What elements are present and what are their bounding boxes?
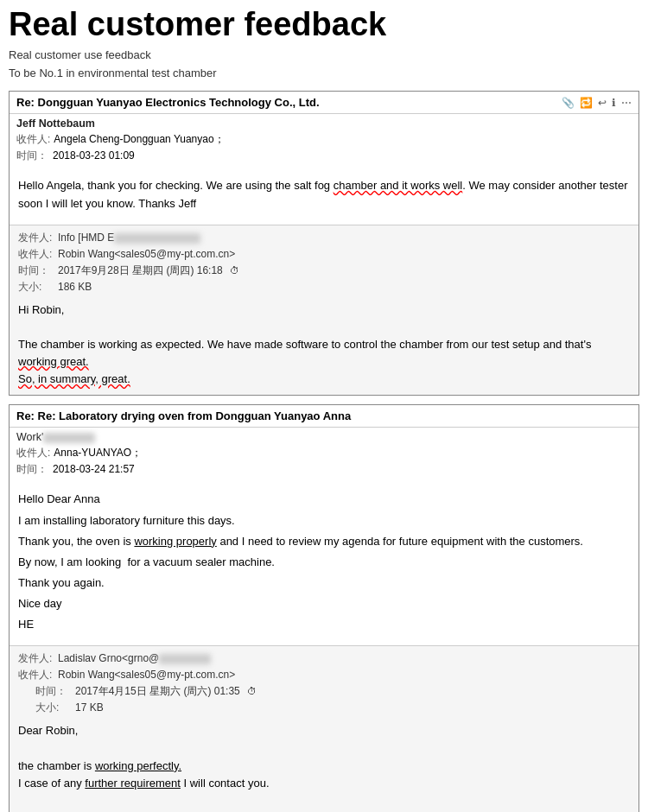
time-value-2: 2018-03-24 21:57: [53, 463, 135, 475]
reply-from-label-1: 发件人:: [18, 231, 54, 245]
reply-time-label-1: 时间：: [18, 263, 54, 278]
highlight-working-perfectly: working perfectly.: [95, 759, 181, 772]
email-body-2: Hello Dear Anna I am installing laborato…: [10, 484, 638, 645]
reply-to-value-2: Robin Wang<sales05@my-pt.com.cn>: [58, 669, 235, 681]
to-value-1: Angela Cheng-Dongguan Yuanyao；: [54, 132, 224, 147]
email-subject-2: Re: Re: Laboratory drying oven from Dong…: [16, 409, 351, 422]
highlight-further-requirement: further requirement: [85, 777, 181, 790]
highlight-chamber: chamber and it works well: [334, 179, 463, 192]
reply-size-label-1: 大小:: [18, 280, 54, 295]
reply-to-label-1: 收件人:: [18, 247, 54, 262]
reply-body-1: Hi Robin, The chamber is working as expe…: [18, 296, 630, 389]
email-sender-2: Work': [16, 431, 632, 443]
reply-from-value-1: Info [HMD E: [58, 232, 200, 244]
reply-time-value-1: 2017年9月28日 星期四 (周四) 16:18: [58, 263, 223, 278]
email-header-2: Re: Re: Laboratory drying oven from Dong…: [10, 405, 638, 428]
highlight-working-great: working great.: [18, 355, 89, 368]
forward-icon[interactable]: 🔁: [580, 97, 593, 109]
to-label-2: 收件人:: [16, 446, 50, 460]
time-label-2: 时间：: [16, 462, 49, 477]
email-body-1: Hello Angela, thank you for checking. We…: [10, 170, 638, 224]
blurred-email-2: [159, 654, 211, 664]
email-meta-1: Jeff Nottebaum 收件人: Angela Cheng-Donggua…: [10, 114, 638, 170]
reply-time-value-2: 2017年4月15日 星期六 (周六) 01:35: [75, 684, 240, 699]
reply-body-2: Dear Robin, the chamber is working perfe…: [18, 717, 630, 812]
more-icon[interactable]: ⋯: [621, 97, 632, 109]
reply-from-value-2: Ladislav Grno<grno@: [58, 652, 211, 664]
to-label-1: 收件人:: [16, 132, 50, 147]
clock-icon-1: ⏱: [230, 265, 239, 276]
attachment-icon[interactable]: 📎: [562, 97, 575, 109]
email-reply-1: 发件人: Info [HMD E 收件人: Robin Wang<sales05…: [10, 225, 638, 396]
highlight-summary: So, in summary, great.: [18, 372, 130, 385]
email-reply-2: 发件人: Ladislav Grno<grno@ 收件人: Robin Wang…: [10, 645, 638, 812]
reply-to-value-1: Robin Wang<sales05@my-pt.com.cn>: [58, 248, 235, 260]
reply-size-label-2: 大小:: [35, 701, 72, 715]
blurred-sender-2: [43, 433, 95, 443]
email-card-1: Re: Dongguan Yuanyao Electronics Technol…: [9, 91, 639, 396]
email-header-1: Re: Dongguan Yuanyao Electronics Technol…: [10, 92, 638, 114]
page-subtitle: Real customer use feedback To be No.1 in…: [9, 47, 639, 83]
page-title: Real customer feedback: [9, 7, 639, 43]
info-icon[interactable]: ℹ: [612, 97, 616, 109]
email-card-2: Re: Re: Laboratory drying oven from Dong…: [9, 404, 639, 812]
time-value-1: 2018-03-23 01:09: [53, 149, 135, 162]
clock-icon-2: ⏱: [247, 686, 257, 696]
reply-from-label-2: 发件人:: [18, 651, 54, 666]
email-action-icons-1: 📎 🔁 ↩ ℹ ⋯: [562, 97, 632, 109]
email-subject-1: Re: Dongguan Yuanyao Electronics Technol…: [16, 96, 320, 109]
to-value-2: Anna-YUANYAO；: [54, 446, 142, 460]
blurred-email-1: [114, 233, 200, 244]
reply-time-label-2: 时间：: [35, 684, 72, 699]
highlight-working-properly: working properly: [134, 535, 216, 548]
email-sender-1: Jeff Nottebaum: [16, 117, 632, 130]
reply-size-value-2: 17 KB: [75, 701, 104, 714]
time-label-1: 时间：: [16, 149, 49, 163]
reply-to-label-2: 收件人:: [18, 668, 54, 682]
reply-icon[interactable]: ↩: [598, 97, 607, 109]
email-meta-2: Work' 收件人: Anna-YUANYAO； 时间： 2018-03-24 …: [10, 428, 638, 484]
reply-size-value-1: 186 KB: [58, 281, 92, 293]
